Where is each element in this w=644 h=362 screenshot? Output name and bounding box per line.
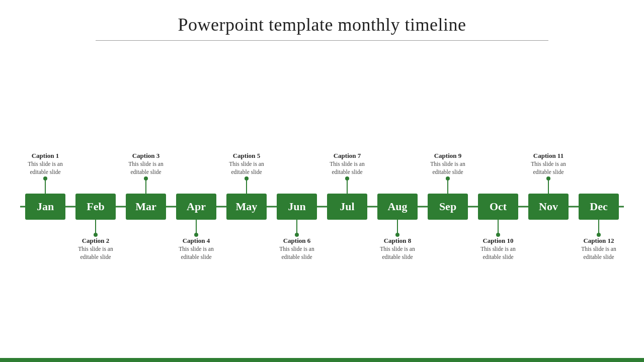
- month-item-jun: Jun Caption 6 This slide is an editable …: [272, 131, 322, 282]
- caption-title-feb: Caption 2: [82, 237, 110, 245]
- timeline-area: Caption 1 This slide is an editable slid…: [0, 51, 644, 362]
- caption-top-jan: Caption 1 This slide is an editable slid…: [20, 131, 70, 176]
- caption-text-feb: This slide is an editable slide: [70, 245, 121, 261]
- slide-title: Powerpoint template monthly timeline: [0, 14, 644, 35]
- month-box-jul: Jul: [327, 194, 367, 220]
- caption-bottom-oct: Caption 10 This slide is an editable sli…: [473, 237, 523, 282]
- month-box-apr: Apr: [176, 194, 216, 220]
- caption-title-apr: Caption 4: [183, 237, 210, 245]
- caption-text-nov: This slide is an editable slide: [523, 160, 574, 176]
- caption-title-oct: Caption 10: [482, 237, 513, 245]
- month-item-dec: Dec Caption 12 This slide is an editable…: [574, 131, 624, 282]
- month-item-feb: Feb Caption 2 This slide is an editable …: [70, 131, 121, 282]
- title-area: Powerpoint template monthly timeline: [0, 0, 644, 46]
- title-underline: [96, 40, 548, 41]
- caption-text-mar: This slide is an editable slide: [121, 160, 171, 176]
- caption-title-aug: Caption 8: [384, 237, 412, 245]
- month-box-nov: Nov: [528, 194, 569, 220]
- caption-bottom-jun: Caption 6 This slide is an editable slid…: [272, 237, 322, 282]
- connector-bottom-jun: [296, 220, 297, 235]
- month-box-aug: Aug: [377, 194, 418, 220]
- caption-bottom-feb: Caption 2 This slide is an editable slid…: [70, 237, 121, 282]
- caption-text-jul: This slide is an editable slide: [322, 160, 372, 176]
- month-box-dec: Dec: [579, 194, 619, 220]
- caption-bottom-apr: Caption 4 This slide is an editable slid…: [171, 237, 221, 282]
- month-box-jun: Jun: [277, 194, 317, 220]
- connector-top-jul: [347, 178, 348, 194]
- connector-bottom-apr: [196, 220, 197, 235]
- caption-bottom-dec: Caption 12 This slide is an editable sli…: [574, 237, 624, 282]
- caption-text-sep: This slide is an editable slide: [423, 160, 473, 176]
- month-item-oct: Oct Caption 10 This slide is an editable…: [473, 131, 523, 282]
- month-item-sep: Caption 9 This slide is an editable slid…: [423, 131, 473, 282]
- month-box-oct: Oct: [478, 194, 518, 220]
- slide: Powerpoint template monthly timeline Cap…: [0, 0, 644, 362]
- caption-top-mar: Caption 3 This slide is an editable slid…: [121, 131, 171, 176]
- month-box-jan: Jan: [25, 194, 65, 220]
- month-box-may: May: [226, 194, 267, 220]
- caption-title-dec: Caption 12: [583, 237, 614, 245]
- month-box-feb: Feb: [75, 194, 116, 220]
- bottom-bar: [0, 358, 644, 362]
- caption-text-oct: This slide is an editable slide: [473, 245, 523, 261]
- caption-text-jun: This slide is an editable slide: [272, 245, 322, 261]
- connector-top-sep: [447, 178, 448, 194]
- month-item-jul: Caption 7 This slide is an editable slid…: [322, 131, 372, 282]
- connector-top-nov: [548, 178, 549, 194]
- caption-text-aug: This slide is an editable slide: [372, 245, 423, 261]
- connector-bottom-aug: [397, 220, 398, 235]
- connector-top-mar: [145, 178, 146, 194]
- caption-text-may: This slide is an editable slide: [221, 160, 272, 176]
- caption-title-sep: Caption 9: [434, 152, 462, 160]
- month-item-mar: Caption 3 This slide is an editable slid…: [121, 131, 171, 282]
- connector-bottom-feb: [95, 220, 96, 235]
- caption-title-may: Caption 5: [233, 152, 261, 160]
- caption-bottom-aug: Caption 8 This slide is an editable slid…: [372, 237, 423, 282]
- caption-top-may: Caption 5 This slide is an editable slid…: [221, 131, 272, 176]
- caption-title-jun: Caption 6: [283, 237, 311, 245]
- connector-top-may: [246, 178, 247, 194]
- connector-bottom-oct: [498, 220, 499, 235]
- month-box-mar: Mar: [126, 194, 166, 220]
- month-item-jan: Caption 1 This slide is an editable slid…: [20, 131, 70, 282]
- month-item-may: Caption 5 This slide is an editable slid…: [221, 131, 272, 282]
- caption-text-dec: This slide is an editable slide: [574, 245, 624, 261]
- caption-title-jan: Caption 1: [32, 152, 59, 160]
- caption-title-mar: Caption 3: [132, 152, 160, 160]
- caption-title-jul: Caption 7: [334, 152, 361, 160]
- caption-top-sep: Caption 9 This slide is an editable slid…: [423, 131, 473, 176]
- month-item-apr: Apr Caption 4 This slide is an editable …: [171, 131, 221, 282]
- month-item-aug: Aug Caption 8 This slide is an editable …: [372, 131, 423, 282]
- connector-top-jan: [45, 178, 46, 194]
- month-box-sep: Sep: [428, 194, 468, 220]
- connector-bottom-dec: [598, 220, 599, 235]
- caption-top-jul: Caption 7 This slide is an editable slid…: [322, 131, 372, 176]
- month-item-nov: Caption 11 This slide is an editable sli…: [523, 131, 574, 282]
- months-row: Caption 1 This slide is an editable slid…: [20, 131, 624, 282]
- caption-top-nov: Caption 11 This slide is an editable sli…: [523, 131, 574, 176]
- caption-text-apr: This slide is an editable slide: [171, 245, 221, 261]
- caption-text-jan: This slide is an editable slide: [20, 160, 70, 176]
- caption-title-nov: Caption 11: [533, 152, 564, 160]
